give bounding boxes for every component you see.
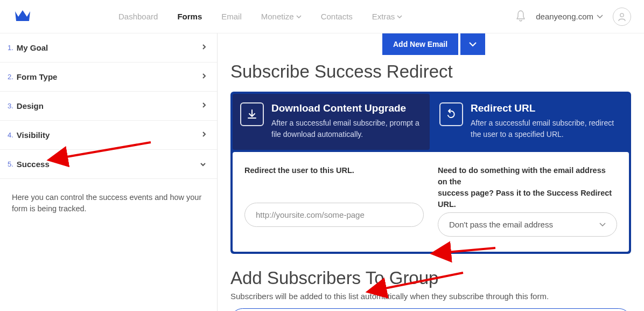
crown-icon <box>13 8 32 23</box>
sidebar-step-visibility[interactable]: 4. Visibility <box>0 121 217 150</box>
main-content: Add New Email Subscribe Success Redirect… <box>218 33 644 311</box>
option-title: Download Content Upgrade <box>271 102 422 114</box>
group-subtext: Subscribers will be added to this list a… <box>230 292 644 301</box>
nav-forms[interactable]: Forms <box>177 12 202 21</box>
section-heading-group: Add Subscribers To Group <box>230 268 644 288</box>
notifications-bell[interactable] <box>515 10 526 24</box>
chevron-right-icon <box>202 102 206 110</box>
pass-email-label: Need to do something with the email addr… <box>438 165 617 210</box>
nav-extras-label: Extras <box>372 12 395 21</box>
chevron-down-icon <box>599 223 606 226</box>
option-download-content-upgrade[interactable]: Download Content Upgrade After a success… <box>233 94 430 150</box>
step-number: 2. <box>8 73 13 81</box>
app-header: Dashboard Forms Email Monetize Contacts … <box>0 0 644 33</box>
chevron-right-icon <box>202 44 206 52</box>
option-desc: After a successful email subscribe, redi… <box>471 118 621 140</box>
group-select[interactable]: Ecommerce Email Marketing Course <box>230 308 631 311</box>
chevron-down-icon <box>296 15 302 18</box>
step-label: Design <box>17 101 202 110</box>
option-desc: After a successful email subscribe, prom… <box>271 118 422 140</box>
user-icon <box>617 12 627 22</box>
chevron-down-icon <box>397 15 402 18</box>
pass-email-select-value: Don't pass the email address <box>449 220 553 229</box>
nav-extras[interactable]: Extras <box>372 12 403 21</box>
step-number: 1. <box>8 44 13 52</box>
sidebar-step-form-type[interactable]: 2. Form Type <box>0 63 217 92</box>
step-number: 3. <box>8 102 13 110</box>
nav-contacts[interactable]: Contacts <box>321 12 353 21</box>
redirect-icon <box>439 102 463 126</box>
sidebar-step-success[interactable]: 5. Success <box>0 150 217 179</box>
step-number: 5. <box>8 160 13 168</box>
step-label: Success <box>17 160 200 169</box>
sidebar-step-design[interactable]: 3. Design <box>0 92 217 121</box>
redirect-options-panel: Download Content Upgrade After a success… <box>230 92 631 254</box>
nav-dashboard[interactable]: Dashboard <box>118 12 158 21</box>
nav-monetize-label: Monetize <box>261 12 294 21</box>
nav-monetize[interactable]: Monetize <box>261 12 302 21</box>
account-menu[interactable]: deanyeong.com <box>536 12 603 21</box>
svg-point-0 <box>620 13 624 16</box>
step-number: 4. <box>8 131 13 139</box>
bell-icon <box>515 10 526 22</box>
main-nav: Dashboard Forms Email Monetize Contacts … <box>118 12 402 21</box>
logo[interactable] <box>13 8 32 25</box>
chevron-down-icon <box>468 42 477 47</box>
step-label: My Goal <box>17 43 202 52</box>
download-icon <box>240 102 264 126</box>
chevron-right-icon <box>202 131 206 139</box>
redirect-settings: Redirect the user to this URL. Need to d… <box>233 152 629 252</box>
redirect-url-label: Redirect the user to this URL. <box>244 165 424 201</box>
chevron-down-icon <box>597 15 603 18</box>
add-new-email-dropdown[interactable] <box>460 33 485 55</box>
sidebar: 1. My Goal 2. Form Type 3. Design 4. Vis… <box>0 33 218 311</box>
add-email-button-group: Add New Email <box>382 33 644 55</box>
pass-email-select[interactable]: Don't pass the email address <box>438 212 617 237</box>
add-new-email-button[interactable]: Add New Email <box>382 33 458 55</box>
step-label: Form Type <box>17 72 202 81</box>
section-heading-redirect: Subscribe Success Redirect <box>230 61 644 82</box>
avatar[interactable] <box>613 8 631 26</box>
redirect-url-input[interactable] <box>244 203 424 227</box>
option-title: Redirect URL <box>471 102 621 114</box>
sidebar-description: Here you can control the success events … <box>0 179 217 227</box>
sidebar-step-goal[interactable]: 1. My Goal <box>0 33 217 63</box>
option-redirect-url[interactable]: Redirect URL After a successful email su… <box>432 94 629 150</box>
header-right: deanyeong.com <box>515 8 631 26</box>
chevron-right-icon <box>202 73 206 81</box>
chevron-down-icon <box>200 161 206 168</box>
account-label: deanyeong.com <box>536 12 593 21</box>
step-label: Visibility <box>17 130 202 140</box>
nav-email[interactable]: Email <box>221 12 242 21</box>
